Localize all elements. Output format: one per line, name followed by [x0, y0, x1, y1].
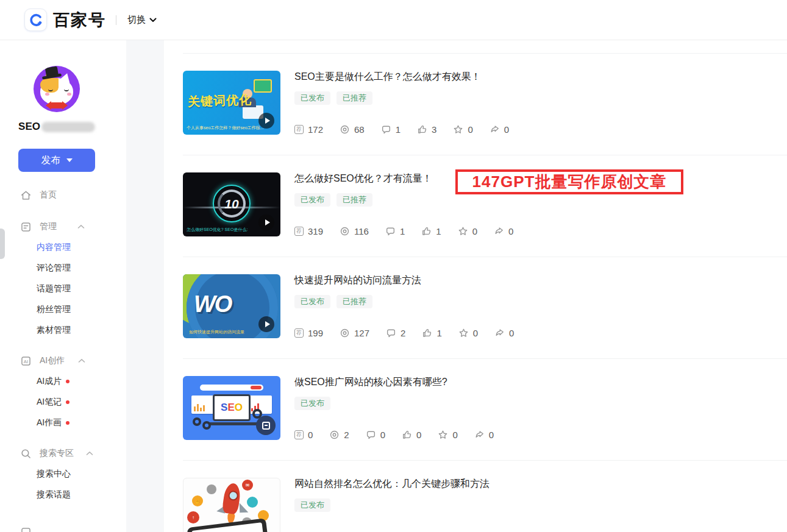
sidebar-item-search-center[interactable]: 搜索中心 — [0, 467, 126, 481]
stat-shares: 0 — [494, 328, 514, 338]
stat-likes: 3 — [417, 124, 436, 135]
stat-likes: 0 — [402, 430, 421, 440]
thumb-illustration: SEO — [213, 394, 251, 421]
menu-section-manage: 管理 内容管理 评论管理 话题管理 粉丝管理 素材管理 — [0, 219, 126, 338]
baijiahao-logo-icon — [24, 9, 47, 31]
sidebar-item-content-manage[interactable]: 内容管理 — [0, 240, 126, 255]
stat-favorites: 0 — [458, 226, 477, 236]
section-header-ai[interactable]: AI AI创作 — [0, 353, 126, 368]
header-divider — [116, 15, 116, 25]
chevron-down-icon — [149, 18, 157, 23]
stat-comments: 1 — [385, 226, 405, 236]
stat-value: 127 — [354, 328, 369, 338]
stat-views: 116 — [340, 226, 369, 236]
status-badge-recommended: 已推荐 — [337, 193, 372, 207]
stat-value: 116 — [354, 226, 369, 236]
chevron-up-icon — [77, 224, 85, 229]
sidebar-item-topic-manage[interactable]: 话题管理 — [0, 282, 126, 296]
stat-recommend: 荐 319 — [294, 226, 323, 236]
share-icon — [494, 328, 505, 338]
sidebar-item-home[interactable]: 首页 — [0, 188, 126, 202]
gear-icon — [202, 421, 211, 430]
article-title[interactable]: SEO主要是做什么工作？怎么做才有效果！ — [294, 71, 787, 83]
share-icon — [474, 430, 485, 440]
thumbs-up-icon — [422, 328, 432, 338]
section-label: 搜索专区 — [40, 448, 74, 459]
sidebar-collapse-handle[interactable] — [0, 229, 5, 259]
stat-shares: 0 — [474, 430, 494, 440]
content-gutter — [126, 40, 164, 532]
status-badge-published: 已发布 — [294, 397, 330, 410]
chevron-up-icon — [86, 451, 93, 456]
article-thumbnail-video[interactable]: 关键词优化 个人从事seo工作怎样？做好seo工作很... — [183, 71, 280, 135]
profile-block: SEO — [0, 66, 113, 133]
article-thumbnail-video[interactable]: 10 怎么做好SEO优化? SEO是什么: — [183, 172, 280, 236]
sidebar-item-comment-manage[interactable]: 评论管理 — [0, 261, 126, 275]
stat-value: 1 — [436, 328, 441, 338]
article-title[interactable]: 网站自然排名怎么优化：几个关键步骤和方法 — [294, 478, 787, 490]
section-header-search[interactable]: 搜索专区 — [0, 446, 126, 461]
article-title[interactable]: 做SEO推广网站的核心因素有哪些? — [294, 376, 787, 388]
publish-button[interactable]: 发布 — [18, 149, 95, 172]
thumb-illustration — [200, 385, 263, 391]
chevron-up-icon — [78, 358, 85, 363]
share-icon — [494, 226, 504, 236]
stat-value: 3 — [432, 124, 436, 135]
star-icon — [458, 328, 469, 338]
publish-label: 发布 — [41, 154, 61, 167]
sidebar-item-fans-manage[interactable]: 粉丝管理 — [0, 302, 126, 317]
stat-value: 2 — [344, 430, 349, 440]
stat-comments: 2 — [386, 328, 405, 338]
sub-item-label: 内容管理 — [37, 242, 71, 253]
stat-value: 0 — [380, 430, 385, 440]
article-row: SEO 做SEO推广网站的核心因素有哪些? 已发布 荐 0 2 — [183, 359, 787, 461]
article-thumbnail-video[interactable]: WO 如何快速提升网站的访问流量 — [183, 274, 280, 338]
tag-row: 已发布 — [294, 397, 787, 410]
switch-account-button[interactable]: 切换 — [127, 14, 157, 26]
article-thumbnail[interactable]: SEO — [183, 376, 280, 440]
thumb-illustration — [191, 395, 215, 414]
thumb-icon-dot — [247, 497, 258, 508]
sidebar-item-ai-video[interactable]: AI成片 — [0, 374, 126, 389]
thumb-headline: WO — [194, 291, 231, 317]
logo-text: 百家号 — [53, 9, 106, 31]
thumb-icon-dot: ☝ — [192, 495, 203, 506]
home-label: 首页 — [40, 190, 57, 200]
sub-item-label: AI成片 — [37, 376, 62, 387]
section-header-manage[interactable]: 管理 — [0, 219, 126, 234]
article-type-badge — [256, 416, 276, 435]
sub-item-label: 话题管理 — [37, 283, 71, 294]
status-badge-recommended: 已推荐 — [337, 295, 372, 308]
article-info: 网站自然排名怎么优化：几个关键步骤和方法 已发布 — [294, 478, 787, 532]
switch-label: 切换 — [127, 14, 146, 26]
thumb-rocket — [222, 482, 242, 514]
stat-value: 1 — [400, 226, 405, 236]
article-thumbnail[interactable]: ☝ ↑ ✉ — [183, 478, 280, 532]
sidebar-item-search-topic[interactable]: 搜索话题 — [0, 488, 126, 502]
menu-section-ai: AI AI创作 AI成片 AI笔记 AI作画 — [0, 353, 126, 430]
article-title[interactable]: 快速提升网站的访问流量方法 — [294, 274, 787, 286]
stat-favorites: 0 — [458, 328, 478, 338]
avatar[interactable] — [34, 66, 80, 112]
sidebar-item-material-manage[interactable]: 素材管理 — [0, 323, 126, 338]
stat-shares: 0 — [494, 226, 513, 236]
sidebar-item-ai-paint[interactable]: AI作画 — [0, 416, 126, 430]
article-info: 快速提升网站的访问流量方法 已发布 已推荐 荐 199 127 2 — [294, 274, 787, 338]
baijiahao-logo[interactable]: 百家号 — [24, 9, 106, 31]
sidebar-item-ai-note[interactable]: AI笔记 — [0, 395, 126, 410]
stat-comments: 1 — [381, 124, 401, 135]
thumb-icon-dot: ↑ — [187, 511, 199, 523]
new-badge-dot — [66, 421, 69, 425]
stat-recommend: 荐 172 — [294, 124, 323, 135]
tag-row: 已发布 — [294, 498, 787, 512]
section-label: 管理 — [40, 221, 57, 232]
article-row: ☝ ↑ ✉ 网站自然排名怎么优化：几个关键步骤和方法 已发布 — [183, 461, 787, 532]
thumb-seo-text: O — [235, 402, 243, 413]
sub-item-label: 粉丝管理 — [37, 304, 71, 315]
recommend-icon: 荐 — [294, 430, 304, 439]
sidebar-menu: 首页 管理 内容管理 评论管理 话题管理 — [0, 188, 126, 502]
username: SEO — [18, 121, 40, 133]
stat-value: 2 — [401, 328, 405, 338]
stat-value: 1 — [396, 124, 401, 135]
stats-row: 荐 199 127 2 1 0 — [294, 328, 787, 338]
